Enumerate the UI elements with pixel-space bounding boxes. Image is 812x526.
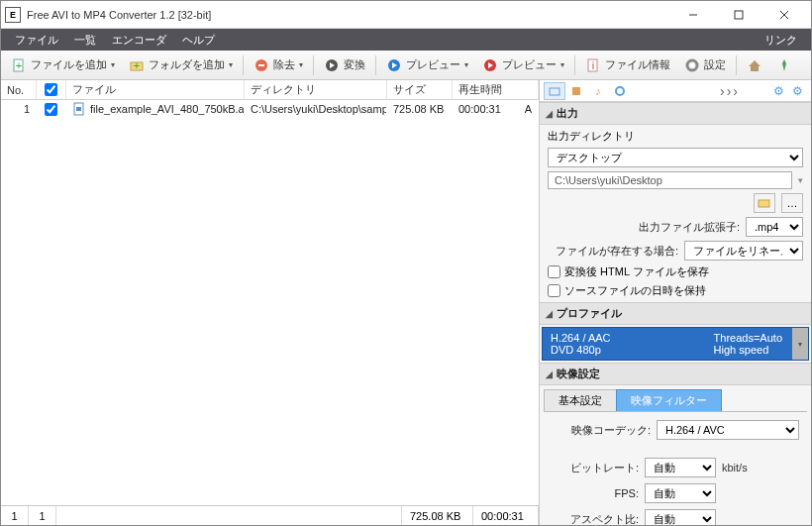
browse-folder-button[interactable] — [754, 193, 775, 213]
col-file[interactable]: ファイル — [66, 80, 245, 99]
exists-select[interactable]: ファイルをリネーム — [684, 241, 803, 261]
close-button[interactable] — [761, 1, 807, 29]
add-folder-button[interactable]: + フォルダを追加 ▾ — [123, 55, 239, 75]
add-file-icon: + — [11, 57, 27, 73]
aspect-select[interactable]: 自動 — [645, 509, 716, 525]
bitrate-select[interactable]: 自動 — [645, 458, 716, 477]
toolbar-separator — [243, 55, 244, 75]
codec-select[interactable]: H.264 / AVC — [657, 420, 799, 440]
panel-tab-gear[interactable] — [609, 82, 631, 100]
profile-dropdown-icon[interactable]: ▾ — [792, 328, 808, 360]
panel-scroll[interactable]: 出力 出力ディレクトリ デスクトップ C:\Users\yuki\Desktop… — [540, 102, 811, 525]
ext-select[interactable]: .mp4 — [746, 217, 803, 237]
convert-button[interactable]: 変換 — [318, 55, 371, 75]
row-checkbox[interactable] — [45, 103, 57, 116]
dropdown-icon[interactable]: ▾ — [798, 175, 803, 185]
file-list-pane: No. ファイル ディレクトリ サイズ 再生時間 1 file_example_… — [1, 80, 540, 525]
header-checkbox[interactable] — [45, 83, 57, 96]
minimize-button[interactable] — [670, 1, 716, 29]
profile-threads: Threads=Auto — [714, 332, 782, 344]
table-body[interactable]: 1 file_example_AVI_480_750kB.avi C:\User… — [1, 100, 539, 505]
panel-tab-video[interactable] — [565, 82, 587, 100]
cell-file: file_example_AVI_480_750kB.avi — [66, 102, 245, 116]
panel-gear-icon[interactable]: ⚙ — [773, 84, 784, 98]
cell-size: 725.08 KB — [387, 103, 453, 115]
codec-label: 映像コーデック: — [552, 423, 651, 438]
film-icon — [569, 84, 583, 98]
chevron-down-icon: ▾ — [464, 60, 468, 69]
out-dir-path: C:\Users\yuki\Desktop — [548, 171, 792, 189]
status-count2: 1 — [29, 506, 56, 525]
profile-selector[interactable]: H.264 / AAC DVD 480p Threads=Auto High s… — [542, 327, 809, 361]
bitrate-label: ビットレート: — [552, 461, 639, 475]
cell-no: 1 — [1, 103, 37, 115]
section-profile-head[interactable]: プロファイル — [540, 302, 811, 325]
preview1-button[interactable]: プレビュー ▾ — [380, 55, 474, 75]
table-header: No. ファイル ディレクトリ サイズ 再生時間 — [1, 80, 539, 100]
svg-point-19 — [690, 63, 694, 67]
home-icon — [747, 57, 762, 73]
chevron-down-icon: ▾ — [560, 60, 564, 69]
folder-icon — [548, 84, 561, 98]
toolbar-separator — [313, 55, 314, 75]
aspect-label: アスペクト比: — [552, 512, 639, 526]
toolbar-separator — [375, 55, 376, 75]
cell-check — [37, 103, 66, 116]
section-output-head[interactable]: 出力 — [540, 102, 811, 125]
panel-tabs: ♪ ››› ⚙ ⚙ — [540, 80, 811, 102]
fps-select[interactable]: 自動 — [645, 483, 716, 503]
panel-gear2-icon[interactable]: ⚙ — [792, 84, 803, 98]
info-icon: i — [585, 57, 601, 73]
add-file-button[interactable]: + ファイルを追加 ▾ — [5, 55, 121, 75]
svg-text:♪: ♪ — [595, 85, 601, 97]
panel-tab-folder[interactable] — [544, 82, 565, 100]
menu-list[interactable]: 一覧 — [66, 33, 104, 48]
panel-tab-audio[interactable]: ♪ — [587, 82, 609, 100]
panel-more-button[interactable]: ››› — [720, 83, 740, 99]
maximize-icon — [734, 10, 744, 20]
settings-label: 設定 — [704, 57, 726, 72]
settings-pane: ♪ ››› ⚙ ⚙ 出力 出力ディレクトリ デスクトップ C:\Users\yu… — [540, 80, 811, 525]
preview2-button[interactable]: プレビュー ▾ — [476, 55, 570, 75]
file-info-button[interactable]: i ファイル情報 — [579, 55, 676, 75]
remove-label: 除去 — [273, 57, 295, 72]
menu-file[interactable]: ファイル — [7, 33, 66, 48]
section-video-body: 基本設定 映像フィルター 映像コーデック: H.264 / AVC ビットレート… — [540, 389, 811, 525]
col-size[interactable]: サイズ — [387, 80, 453, 99]
filename: file_example_AVI_480_750kB.avi — [90, 103, 245, 115]
pin-button[interactable] — [770, 55, 798, 75]
tab-filter[interactable]: 映像フィルター — [616, 389, 722, 411]
home-button[interactable] — [741, 55, 768, 75]
exists-label: ファイルが存在する場合: — [556, 244, 678, 259]
col-no[interactable]: No. — [1, 80, 37, 99]
svg-text:i: i — [592, 59, 594, 71]
chk-html[interactable] — [548, 265, 560, 278]
table-row[interactable]: 1 file_example_AVI_480_750kB.avi C:\User… — [1, 100, 539, 118]
chk-date[interactable] — [548, 284, 560, 297]
video-file-icon — [72, 102, 86, 116]
remove-icon — [254, 57, 269, 73]
menu-encoder[interactable]: エンコーダ — [104, 33, 174, 48]
menu-link[interactable]: リンク — [757, 33, 805, 48]
profile-preset: DVD 480p — [551, 344, 714, 356]
svg-text:+: + — [16, 59, 22, 71]
col-duration[interactable]: 再生時間 — [453, 80, 539, 99]
tab-basic[interactable]: 基本設定 — [544, 389, 617, 411]
svg-text:+: + — [134, 59, 140, 71]
section-output-body: 出力ディレクトリ デスクトップ C:\Users\yuki\Desktop ▾ … — [540, 125, 811, 302]
profile-codec: H.264 / AAC — [551, 332, 714, 344]
settings-button[interactable]: 設定 — [678, 55, 732, 75]
remove-button[interactable]: 除去 ▾ — [248, 55, 309, 75]
video-tab-content: 映像コーデック: H.264 / AVC ビットレート: 自動 kbit/s F… — [544, 412, 807, 525]
out-dir-select[interactable]: デスクトップ — [548, 148, 803, 167]
menu-help[interactable]: ヘルプ — [174, 33, 223, 48]
more-button[interactable]: … — [781, 193, 803, 213]
maximize-button[interactable] — [716, 1, 761, 29]
toolbar: + ファイルを追加 ▾ + フォルダを追加 ▾ 除去 ▾ 変換 プレビュー ▾ … — [1, 51, 811, 80]
cell-directory: C:\Users\yuki\Desktop\sample\... — [245, 103, 387, 115]
col-directory[interactable]: ディレクトリ — [245, 80, 387, 99]
play-icon — [482, 57, 498, 73]
col-check[interactable] — [37, 80, 66, 99]
preview1-label: プレビュー — [406, 57, 460, 72]
section-video-head[interactable]: 映像設定 — [540, 363, 811, 385]
